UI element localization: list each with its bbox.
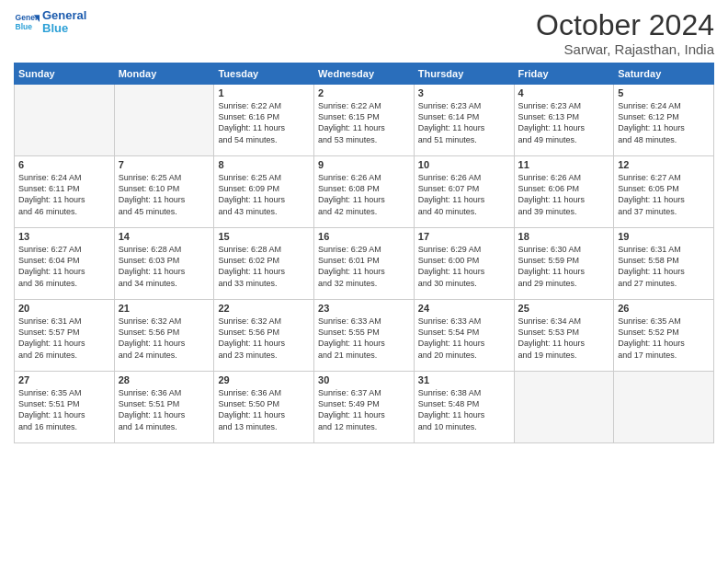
location-title: Sarwar, Rajasthan, India [536, 41, 714, 57]
day-number: 25 [518, 303, 610, 314]
day-number: 29 [218, 374, 310, 385]
week-row-5: 27Sunrise: 6:35 AM Sunset: 5:51 PM Dayli… [15, 372, 714, 443]
day-number: 14 [119, 231, 210, 242]
svg-text:General: General [16, 14, 40, 23]
header: General Blue General Blue October 2024 S… [14, 9, 714, 57]
calendar-table: SundayMondayTuesdayWednesdayThursdayFrid… [14, 63, 714, 443]
day-number: 28 [119, 374, 210, 385]
day-info: Sunrise: 6:26 AM Sunset: 6:07 PM Dayligh… [418, 172, 510, 217]
day-number: 23 [318, 303, 410, 314]
day-info: Sunrise: 6:33 AM Sunset: 5:55 PM Dayligh… [318, 316, 410, 361]
day-number: 19 [618, 231, 710, 242]
calendar-cell: 27Sunrise: 6:35 AM Sunset: 5:51 PM Dayli… [15, 372, 115, 443]
calendar-cell: 28Sunrise: 6:36 AM Sunset: 5:51 PM Dayli… [114, 372, 214, 443]
day-info: Sunrise: 6:28 AM Sunset: 6:03 PM Dayligh… [119, 244, 210, 289]
day-number: 24 [418, 303, 510, 314]
day-info: Sunrise: 6:31 AM Sunset: 5:58 PM Dayligh… [618, 244, 710, 289]
day-number: 17 [418, 231, 510, 242]
calendar-cell: 1Sunrise: 6:22 AM Sunset: 6:16 PM Daylig… [214, 85, 314, 156]
day-number: 6 [18, 159, 110, 170]
calendar-cell: 7Sunrise: 6:25 AM Sunset: 6:10 PM Daylig… [114, 156, 214, 228]
day-info: Sunrise: 6:23 AM Sunset: 6:14 PM Dayligh… [418, 100, 510, 145]
svg-text:Blue: Blue [16, 22, 33, 31]
day-info: Sunrise: 6:37 AM Sunset: 5:49 PM Dayligh… [318, 387, 410, 432]
page-container: General Blue General Blue October 2024 S… [0, 0, 728, 448]
weekday-header-friday: Friday [514, 63, 614, 85]
logo: General Blue General Blue [14, 9, 86, 36]
day-number: 7 [119, 159, 210, 170]
weekday-header-monday: Monday [114, 63, 214, 85]
calendar-cell [114, 85, 214, 156]
day-number: 11 [518, 159, 610, 170]
calendar-cell: 30Sunrise: 6:37 AM Sunset: 5:49 PM Dayli… [314, 372, 415, 443]
day-info: Sunrise: 6:35 AM Sunset: 5:51 PM Dayligh… [18, 387, 110, 432]
calendar-cell: 19Sunrise: 6:31 AM Sunset: 5:58 PM Dayli… [614, 228, 714, 300]
logo-text-blue: Blue [42, 22, 86, 35]
day-info: Sunrise: 6:25 AM Sunset: 6:10 PM Dayligh… [119, 172, 210, 217]
week-row-1: 1Sunrise: 6:22 AM Sunset: 6:16 PM Daylig… [15, 85, 714, 156]
day-number: 10 [418, 159, 510, 170]
day-number: 27 [18, 374, 110, 385]
day-info: Sunrise: 6:36 AM Sunset: 5:51 PM Dayligh… [119, 387, 210, 432]
calendar-cell: 15Sunrise: 6:28 AM Sunset: 6:02 PM Dayli… [214, 228, 314, 300]
weekday-header-wednesday: Wednesday [314, 63, 415, 85]
day-info: Sunrise: 6:30 AM Sunset: 5:59 PM Dayligh… [518, 244, 610, 289]
day-info: Sunrise: 6:33 AM Sunset: 5:54 PM Dayligh… [418, 316, 510, 361]
day-info: Sunrise: 6:29 AM Sunset: 6:00 PM Dayligh… [418, 244, 510, 289]
calendar-cell: 4Sunrise: 6:23 AM Sunset: 6:13 PM Daylig… [514, 85, 614, 156]
day-info: Sunrise: 6:25 AM Sunset: 6:09 PM Dayligh… [218, 172, 310, 217]
calendar-cell: 22Sunrise: 6:32 AM Sunset: 5:56 PM Dayli… [214, 300, 314, 372]
calendar-cell: 18Sunrise: 6:30 AM Sunset: 5:59 PM Dayli… [514, 228, 614, 300]
day-info: Sunrise: 6:38 AM Sunset: 5:48 PM Dayligh… [418, 387, 510, 432]
month-title: October 2024 [536, 9, 714, 41]
day-number: 5 [618, 87, 710, 98]
calendar-cell: 31Sunrise: 6:38 AM Sunset: 5:48 PM Dayli… [414, 372, 514, 443]
calendar-cell: 3Sunrise: 6:23 AM Sunset: 6:14 PM Daylig… [414, 85, 514, 156]
day-number: 20 [18, 303, 110, 314]
day-info: Sunrise: 6:22 AM Sunset: 6:16 PM Dayligh… [218, 100, 310, 145]
week-row-3: 13Sunrise: 6:27 AM Sunset: 6:04 PM Dayli… [15, 228, 714, 300]
day-info: Sunrise: 6:27 AM Sunset: 6:05 PM Dayligh… [618, 172, 710, 217]
calendar-cell: 17Sunrise: 6:29 AM Sunset: 6:00 PM Dayli… [414, 228, 514, 300]
week-row-4: 20Sunrise: 6:31 AM Sunset: 5:57 PM Dayli… [15, 300, 714, 372]
day-info: Sunrise: 6:28 AM Sunset: 6:02 PM Dayligh… [218, 244, 310, 289]
calendar-cell: 12Sunrise: 6:27 AM Sunset: 6:05 PM Dayli… [614, 156, 714, 228]
calendar-cell: 21Sunrise: 6:32 AM Sunset: 5:56 PM Dayli… [114, 300, 214, 372]
day-info: Sunrise: 6:27 AM Sunset: 6:04 PM Dayligh… [18, 244, 110, 289]
day-info: Sunrise: 6:35 AM Sunset: 5:52 PM Dayligh… [618, 316, 710, 361]
week-row-2: 6Sunrise: 6:24 AM Sunset: 6:11 PM Daylig… [15, 156, 714, 228]
calendar-cell: 5Sunrise: 6:24 AM Sunset: 6:12 PM Daylig… [614, 85, 714, 156]
calendar-cell: 2Sunrise: 6:22 AM Sunset: 6:15 PM Daylig… [314, 85, 415, 156]
calendar-cell: 29Sunrise: 6:36 AM Sunset: 5:50 PM Dayli… [214, 372, 314, 443]
day-info: Sunrise: 6:26 AM Sunset: 6:08 PM Dayligh… [318, 172, 410, 217]
day-info: Sunrise: 6:22 AM Sunset: 6:15 PM Dayligh… [318, 100, 410, 145]
day-number: 26 [618, 303, 710, 314]
calendar-cell: 11Sunrise: 6:26 AM Sunset: 6:06 PM Dayli… [514, 156, 614, 228]
day-number: 31 [418, 374, 510, 385]
calendar-cell: 25Sunrise: 6:34 AM Sunset: 5:53 PM Dayli… [514, 300, 614, 372]
day-info: Sunrise: 6:31 AM Sunset: 5:57 PM Dayligh… [18, 316, 110, 361]
calendar-cell [15, 85, 115, 156]
day-info: Sunrise: 6:32 AM Sunset: 5:56 PM Dayligh… [119, 316, 210, 361]
day-number: 16 [318, 231, 410, 242]
day-info: Sunrise: 6:24 AM Sunset: 6:11 PM Dayligh… [18, 172, 110, 217]
calendar-cell: 13Sunrise: 6:27 AM Sunset: 6:04 PM Dayli… [15, 228, 115, 300]
day-number: 13 [18, 231, 110, 242]
calendar-cell: 10Sunrise: 6:26 AM Sunset: 6:07 PM Dayli… [414, 156, 514, 228]
weekday-header-sunday: Sunday [15, 63, 115, 85]
weekday-header-row: SundayMondayTuesdayWednesdayThursdayFrid… [15, 63, 714, 85]
day-number: 2 [318, 87, 410, 98]
calendar-cell: 6Sunrise: 6:24 AM Sunset: 6:11 PM Daylig… [15, 156, 115, 228]
day-number: 21 [119, 303, 210, 314]
day-number: 18 [518, 231, 610, 242]
calendar-cell: 14Sunrise: 6:28 AM Sunset: 6:03 PM Dayli… [114, 228, 214, 300]
day-number: 22 [218, 303, 310, 314]
title-block: October 2024 Sarwar, Rajasthan, India [536, 9, 714, 57]
calendar-cell: 16Sunrise: 6:29 AM Sunset: 6:01 PM Dayli… [314, 228, 415, 300]
calendar-cell: 8Sunrise: 6:25 AM Sunset: 6:09 PM Daylig… [214, 156, 314, 228]
day-number: 3 [418, 87, 510, 98]
logo-text-general: General [42, 9, 86, 22]
day-number: 9 [318, 159, 410, 170]
day-info: Sunrise: 6:29 AM Sunset: 6:01 PM Dayligh… [318, 244, 410, 289]
day-info: Sunrise: 6:26 AM Sunset: 6:06 PM Dayligh… [518, 172, 610, 217]
